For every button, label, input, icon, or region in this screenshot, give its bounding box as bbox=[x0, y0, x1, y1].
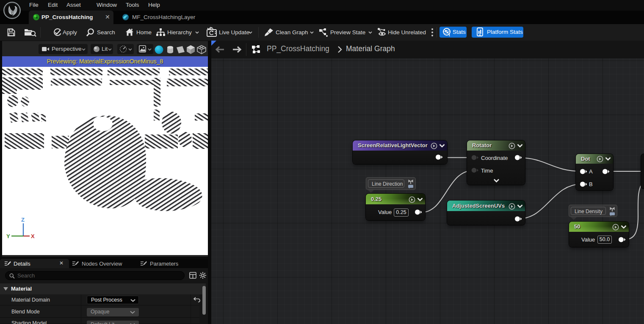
svg-text:Y: Y bbox=[6, 233, 10, 239]
svg-text:X: X bbox=[31, 233, 35, 239]
svg-text:i: i bbox=[449, 33, 450, 37]
svg-text:Z: Z bbox=[21, 217, 25, 223]
